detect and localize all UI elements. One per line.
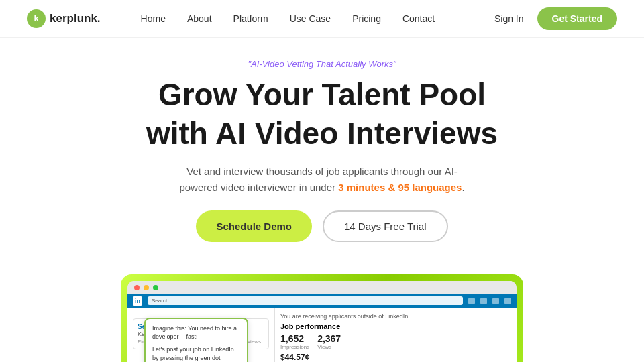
stat-impressions: 1,652 Impressions	[280, 333, 309, 350]
tooltip-bubble: Imagine this: You need to hire a develop…	[144, 318, 248, 362]
linkedin-right-panel: You are receiving applicants outside of …	[275, 308, 517, 362]
browser-minimize-dot	[144, 285, 149, 290]
schedule-demo-button[interactable]: Schedule Demo	[196, 210, 312, 242]
logo[interactable]: k kerplunk.	[27, 9, 101, 28]
linkedin-left-panel: Senior Front End Developer Kerplunk · Un…	[127, 308, 275, 362]
browser-close-dot	[134, 285, 140, 290]
hero-subtext: Vet and interview thousands of job appli…	[174, 164, 470, 196]
logo-icon: k	[27, 9, 46, 28]
tooltip-line1: Imagine this: You need to hire a develop…	[152, 324, 240, 341]
screenshot-section: in Search Senior Front End Developer	[0, 274, 644, 362]
browser-bar	[127, 281, 517, 294]
job-performance: You are receiving applicants outside of …	[280, 313, 511, 362]
tooltip-line2: Let's post your job on LinkedIn by press…	[152, 345, 240, 362]
hero-section: "AI-Video Vetting That Actually Works" G…	[0, 38, 644, 274]
linkedin-search[interactable]: Search	[148, 296, 463, 305]
navbar: k kerplunk. Home About Platform Use Case…	[0, 0, 644, 38]
linkedin-header: in Search	[127, 294, 517, 308]
hero-ai-highlight: AI Video Interviews	[215, 116, 498, 151]
linkedin-nav-icon-3	[492, 298, 499, 304]
linkedin-body: Senior Front End Developer Kerplunk · Un…	[127, 308, 517, 362]
get-started-button[interactable]: Get Started	[537, 7, 617, 30]
nav-pricing[interactable]: Pricing	[352, 13, 381, 24]
perf-label: You are receiving applicants outside of …	[280, 313, 511, 320]
hero-badge: "AI-Video Vetting That Actually Works"	[27, 59, 617, 69]
browser-content: in Search Senior Front End Developer	[127, 294, 517, 362]
app-screenshot: in Search Senior Front End Developer	[121, 274, 523, 362]
nav-use-case[interactable]: Use Case	[290, 13, 331, 24]
perf-stats: 1,652 Impressions 2,367 Views	[280, 333, 511, 350]
nav-platform[interactable]: Platform	[233, 13, 268, 24]
linkedin-nav-icon	[468, 298, 475, 304]
browser-expand-dot	[153, 285, 158, 290]
hero-headline-line1: Grow Your Talent Pool	[27, 77, 617, 113]
browser-window: in Search Senior Front End Developer	[127, 281, 517, 362]
stat-spend: $44.57¢	[280, 353, 511, 362]
nav-links: Home About Platform Use Case Pricing Con…	[141, 13, 494, 25]
nav-right: Sign In Get Started	[494, 7, 617, 30]
stat-views: 2,367 Views	[317, 333, 341, 350]
hero-buttons: Schedule Demo 14 Days Free Trial	[27, 210, 617, 242]
linkedin-nav-icon-2	[480, 298, 487, 304]
free-trial-button[interactable]: 14 Days Free Trial	[323, 210, 448, 242]
nav-home[interactable]: Home	[141, 13, 166, 24]
hero-headline-line2: with AI Video Interviews	[27, 115, 617, 152]
sign-in-button[interactable]: Sign In	[494, 13, 524, 24]
perf-title: Job performance	[280, 322, 511, 330]
logo-name: kerplunk.	[50, 12, 101, 25]
linkedin-nav-icon-4	[504, 298, 511, 304]
nav-about[interactable]: About	[187, 13, 212, 24]
linkedin-logo: in	[133, 296, 142, 306]
linkedin-nav-icons	[468, 298, 511, 304]
hero-subtext-bold: 3 minutes & 95 languages	[338, 182, 462, 193]
nav-contact[interactable]: Contact	[402, 13, 435, 24]
